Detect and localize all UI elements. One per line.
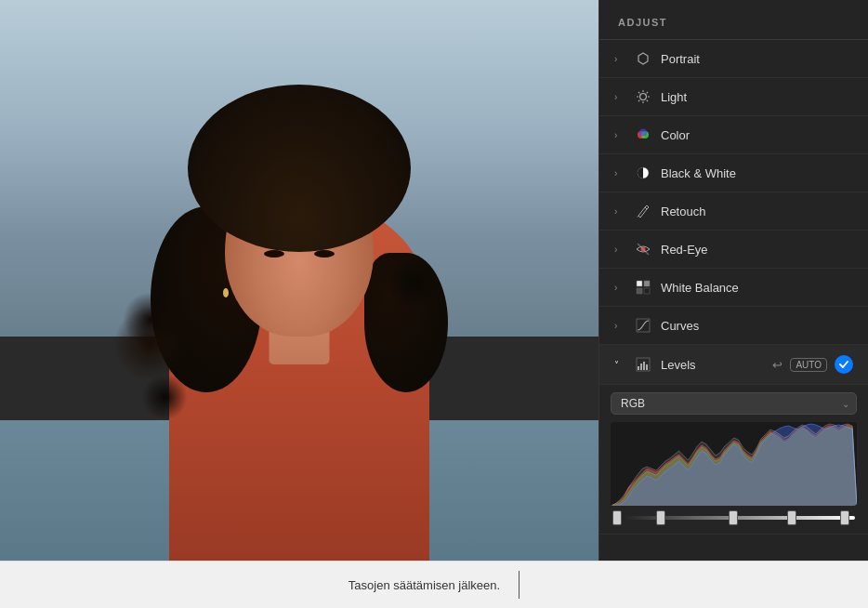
svg-rect-22 [640, 363, 642, 370]
adjust-item-redeye[interactable]: › Red-Eye [599, 231, 868, 269]
histogram-container [611, 422, 857, 506]
levels-auto-button[interactable]: AUTO [790, 358, 827, 372]
adjust-items-list: › Portrait › [599, 40, 868, 561]
chevron-levels: ˅ [614, 360, 625, 370]
svg-rect-18 [644, 288, 650, 294]
photo-panel [0, 0, 598, 561]
caption-text: Tasojen säätämisen jälkeen. [349, 578, 500, 592]
adjust-panel: ADJUST › Portrait › [598, 0, 868, 561]
adjust-item-light[interactable]: › Light [599, 78, 868, 116]
channel-select[interactable]: RGB Red Green Blue [611, 392, 857, 415]
caption-area: Tasojen säätämisen jälkeen. [0, 561, 868, 608]
adjust-item-bw[interactable]: › Black & White [599, 154, 868, 192]
channel-select-wrapper: RGB Red Green Blue ⌄ [611, 392, 857, 415]
levels-check-badge[interactable] [835, 355, 853, 374]
adjust-item-retouch[interactable]: › Retouch [599, 192, 868, 231]
adjust-item-color[interactable]: › Color [599, 116, 868, 154]
svg-rect-16 [644, 281, 650, 286]
portrait-icon [635, 50, 651, 67]
caption-line [519, 571, 519, 599]
svg-line-5 [638, 92, 639, 93]
retouch-label: Retouch [661, 205, 853, 218]
svg-rect-24 [646, 364, 648, 370]
histogram-sliders [611, 506, 857, 524]
histogram-svg [611, 422, 857, 506]
adjust-header: ADJUST [599, 0, 868, 40]
levels-slider-track [612, 516, 855, 520]
light-icon [635, 88, 651, 105]
portrait-label: Portrait [661, 52, 853, 66]
levels-actions: ↩ AUTO [772, 355, 853, 374]
chevron-redeye: › [614, 245, 625, 255]
levels-label: Levels [661, 358, 763, 372]
light-label: Light [661, 90, 853, 104]
adjust-item-portrait[interactable]: › Portrait [599, 40, 868, 78]
chevron-whitebalance: › [614, 283, 625, 293]
portrait-hair-top [188, 85, 411, 252]
svg-line-14 [638, 244, 649, 255]
levels-section: RGB Red Green Blue ⌄ [599, 385, 868, 535]
svg-line-8 [638, 100, 639, 101]
svg-rect-21 [638, 366, 639, 370]
levels-icon [635, 356, 651, 373]
levels-highlight-point[interactable] [787, 510, 796, 525]
svg-line-6 [647, 100, 648, 101]
levels-midtone-point[interactable] [729, 510, 738, 525]
chevron-retouch: › [614, 206, 625, 217]
chevron-curves: › [614, 321, 625, 331]
svg-rect-17 [637, 288, 642, 294]
chevron-bw: › [614, 168, 625, 178]
redeye-icon [635, 241, 651, 258]
svg-point-11 [639, 129, 647, 137]
curves-icon [635, 317, 651, 334]
bw-label: Black & White [661, 166, 853, 180]
levels-undo-button[interactable]: ↩ [772, 358, 783, 372]
curves-label: Curves [661, 319, 853, 333]
retouch-icon [635, 203, 651, 219]
adjust-title: ADJUST [618, 17, 667, 28]
chevron-light: › [614, 92, 625, 102]
adjust-item-curves[interactable]: › Curves [599, 307, 868, 345]
bw-icon [635, 165, 651, 181]
svg-rect-23 [643, 362, 645, 370]
main-area: ADJUST › Portrait › [0, 0, 868, 561]
adjust-item-levels[interactable]: ˅ Levels ↩ AUTO [599, 345, 868, 385]
portrait-earring [223, 288, 229, 297]
color-icon [635, 126, 651, 143]
chevron-color: › [614, 130, 625, 140]
levels-white-point[interactable] [840, 510, 849, 525]
redeye-label: Red-Eye [661, 243, 853, 257]
whitebalance-label: White Balance [661, 281, 853, 295]
adjust-item-whitebalance[interactable]: › White Balance [599, 269, 868, 307]
portrait-container [0, 0, 598, 561]
levels-black-point[interactable] [612, 510, 622, 525]
whitebalance-icon [635, 279, 651, 296]
color-label: Color [661, 128, 853, 142]
chevron-portrait: › [614, 54, 625, 64]
svg-line-7 [647, 92, 648, 93]
svg-point-0 [640, 94, 647, 100]
svg-rect-15 [637, 281, 642, 286]
levels-shadow-point[interactable] [656, 510, 665, 525]
